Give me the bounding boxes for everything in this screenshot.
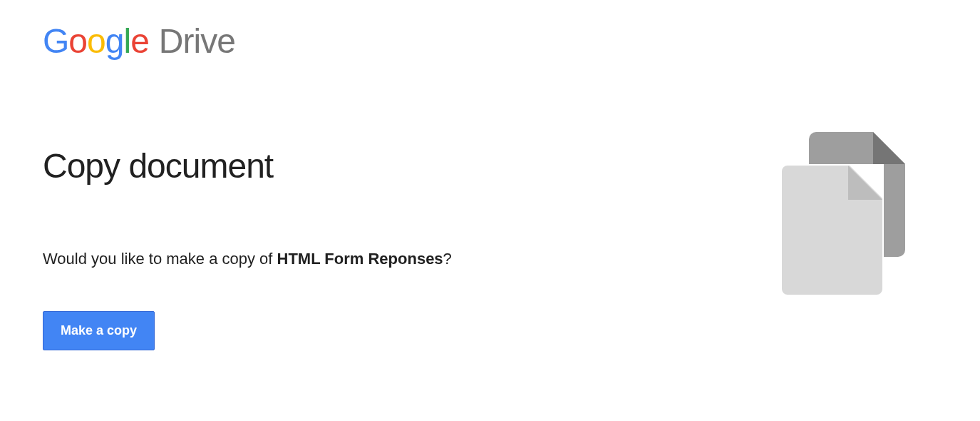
copy-prompt: Would you like to make a copy of HTML Fo…	[43, 250, 780, 268]
page-title: Copy document	[43, 146, 780, 186]
product-name: Drive	[159, 21, 235, 61]
copy-documents-icon	[780, 132, 916, 296]
document-name: HTML Form Reponses	[277, 250, 443, 268]
google-wordmark: Google	[43, 21, 149, 61]
app-logo: Google Drive	[43, 21, 937, 61]
prompt-suffix: ?	[443, 250, 452, 268]
prompt-prefix: Would you like to make a copy of	[43, 250, 277, 268]
document-front-icon	[780, 164, 884, 296]
make-copy-button[interactable]: Make a copy	[43, 311, 155, 350]
